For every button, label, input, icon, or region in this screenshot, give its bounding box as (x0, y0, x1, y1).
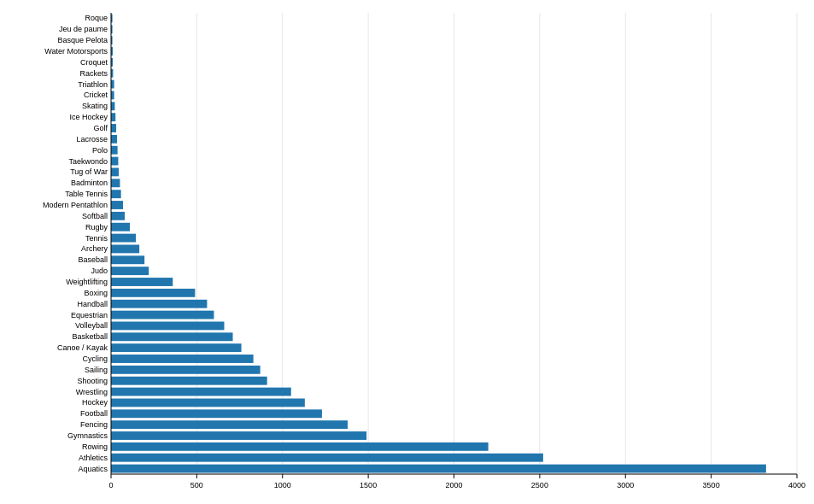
bar-Fencing (111, 420, 348, 429)
y-label: Volleyball (75, 321, 108, 330)
bar-Equestrian (111, 311, 214, 319)
bar-Badminton (111, 179, 120, 187)
y-label: Rugby (85, 223, 108, 231)
y-label: Sailing (85, 366, 108, 374)
bar-Judo (111, 267, 149, 275)
x-tick-label: 2000 (445, 481, 462, 489)
x-tick-label: 1000 (274, 481, 291, 489)
y-label: Roque (85, 14, 108, 22)
y-label: Polo (92, 146, 108, 155)
x-tick-label: 4000 (788, 481, 805, 489)
bar-Baseball (111, 255, 144, 264)
x-tick-label: 1500 (360, 481, 377, 489)
y-label: Equestrian (71, 311, 108, 319)
y-label: Basque Pelota (57, 36, 108, 44)
bar-Wrestling (111, 388, 291, 396)
x-tick-label: 2500 (531, 481, 548, 489)
bar-Rowing (111, 442, 489, 451)
bar-Rugby (111, 223, 130, 231)
y-label: Table Tennis (65, 190, 108, 198)
y-label: Fencing (80, 420, 108, 429)
bar-Tug-of-War (111, 168, 119, 177)
bar-Golf (111, 124, 116, 132)
y-label: Handball (77, 300, 108, 308)
bar-Hockey (111, 399, 305, 407)
x-tick-label: 3500 (703, 481, 720, 489)
y-label: Skating (82, 102, 108, 110)
bar-Canoe-/-Kayak (111, 343, 242, 352)
y-label: Hockey (82, 398, 108, 407)
y-label: Shooting (77, 377, 108, 385)
y-label: Modern Pentathlon (43, 201, 108, 209)
bar-Athletics (111, 454, 543, 462)
bar-Boxing (111, 289, 195, 297)
y-label: Baseball (78, 255, 108, 264)
bar-Tennis (111, 234, 136, 243)
y-label: Weightlifting (66, 278, 108, 286)
bar-Triathlon (111, 80, 114, 89)
x-tick-label: 500 (190, 481, 203, 489)
bar-Basketball (111, 332, 233, 341)
bar-Archery (111, 245, 139, 254)
y-label: Rowing (82, 442, 108, 451)
y-label: Lacrosse (76, 135, 108, 144)
y-label: Ice Hockey (69, 113, 108, 121)
bar-Polo (111, 146, 118, 155)
bar-chart: RoqueJeu de paumeBasque PelotaWater Moto… (0, 0, 814, 504)
bar-Weightlifting (111, 278, 173, 286)
y-label: Football (80, 409, 108, 418)
y-label: Tennis (85, 234, 108, 243)
bar-Cricket (111, 91, 114, 100)
bar-Skating (111, 102, 114, 110)
chart-container: RoqueJeu de paumeBasque PelotaWater Moto… (0, 0, 814, 504)
y-label: Boxing (84, 289, 108, 297)
bar-Shooting (111, 377, 267, 385)
bar-Table-Tennis (111, 190, 121, 198)
y-label: Gymnastics (67, 431, 108, 440)
bar-Modern-Pentathlon (111, 201, 123, 209)
y-label: Water Motorsports (44, 47, 108, 56)
y-label: Rackets (79, 69, 108, 78)
y-label: Aquatics (78, 465, 108, 473)
y-label: Croquet (80, 58, 108, 67)
bar-Lacrosse (111, 135, 117, 144)
bar-Football (111, 409, 322, 418)
y-label: Taekwondo (68, 157, 108, 166)
bar-Sailing (111, 366, 261, 374)
bar-Taekwondo (111, 157, 118, 166)
y-label: Golf (93, 124, 108, 132)
bar-Handball (111, 300, 207, 308)
bar-Gymnastics (111, 431, 366, 440)
x-tick-label: 3000 (617, 481, 634, 489)
bar-Aquatics (111, 465, 766, 473)
y-label: Badminton (71, 179, 108, 187)
y-label: Cricket (84, 91, 108, 99)
y-label: Basketball (72, 332, 108, 341)
y-label: Softball (82, 212, 108, 220)
y-label: Canoe / Kayak (57, 343, 108, 352)
y-label: Athletics (79, 454, 108, 462)
bar-Cycling (111, 355, 254, 363)
bar-Ice-Hockey (111, 113, 115, 121)
y-label: Wrestling (76, 388, 108, 396)
y-label: Archery (81, 244, 108, 253)
y-label: Tug of War (70, 167, 108, 176)
bar-Volleyball (111, 322, 224, 331)
y-label: Triathlon (78, 80, 108, 89)
y-label: Judo (91, 267, 108, 275)
x-tick-label: 0 (108, 481, 113, 489)
bar-Softball (111, 212, 125, 220)
y-label: Jeu de paume (59, 25, 108, 33)
y-label: Cycling (82, 355, 108, 363)
